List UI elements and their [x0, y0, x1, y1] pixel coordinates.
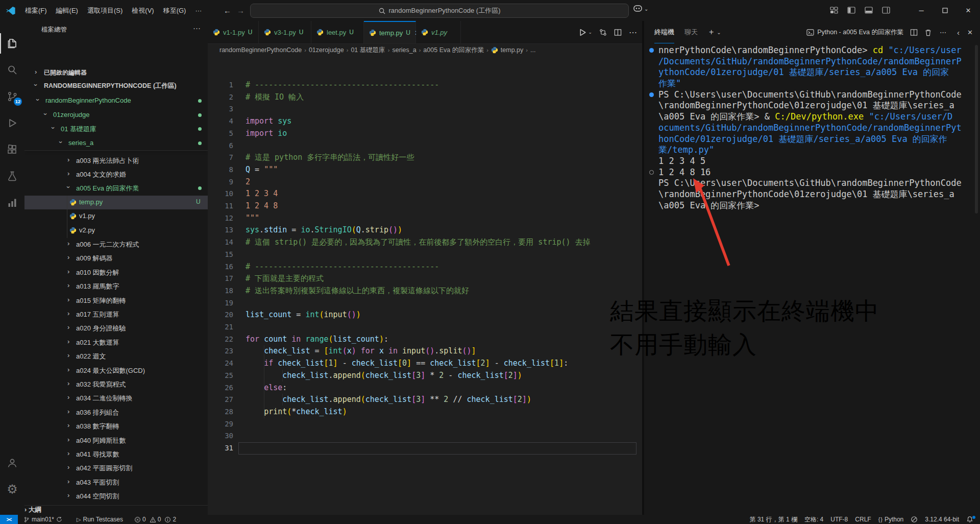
- chevron-down-icon[interactable]: ⌄: [717, 30, 721, 35]
- tree-item[interactable]: ›a021 大數運算: [24, 336, 208, 349]
- tab-leet.py[interactable]: leet.pyU: [311, 21, 364, 43]
- tab-v1.py[interactable]: v1.py: [416, 21, 461, 43]
- customize-layout-icon[interactable]: [830, 6, 838, 14]
- tree-item[interactable]: ›a041 尋找眾數: [24, 447, 208, 461]
- menu-item[interactable]: 選取項目(S): [83, 4, 127, 17]
- tree-item[interactable]: ›a036 排列組合: [24, 406, 208, 419]
- command-decoration-success-icon[interactable]: [649, 48, 654, 53]
- menu-more-icon[interactable]: ···: [190, 4, 206, 17]
- breadcrumb-item[interactable]: series_a: [392, 46, 416, 54]
- notifications-bell-icon[interactable]: [963, 515, 977, 524]
- close-button[interactable]: ✕: [957, 0, 980, 21]
- tab-temp.py[interactable]: temp.pyU✕: [364, 21, 416, 43]
- encoding-item[interactable]: UTF-8: [827, 515, 851, 524]
- tree-item[interactable]: ›a015 矩陣的翻轉: [24, 294, 208, 307]
- blocked-status-icon[interactable]: [907, 515, 921, 524]
- close-panel-icon[interactable]: ✕: [967, 29, 973, 36]
- cursor-position-item[interactable]: 第 31 行，第 1 欄: [746, 515, 801, 524]
- breadcrumb-item[interactable]: 01 基礎題庫: [351, 46, 385, 55]
- tree-item[interactable]: ›a040 阿姆斯壯數: [24, 434, 208, 447]
- tree-item[interactable]: ›randomBeginnerPythonCode: [24, 94, 208, 108]
- source-control-icon[interactable]: 12: [0, 86, 24, 107]
- split-editor-icon[interactable]: [614, 29, 622, 36]
- tree-item[interactable]: ›a004 文文的求婚: [24, 168, 208, 181]
- menu-item[interactable]: 編輯(E): [52, 4, 83, 17]
- tab-terminal[interactable]: 終端機: [654, 21, 674, 43]
- explorer-more-actions-icon[interactable]: ···: [193, 23, 201, 32]
- maximize-button[interactable]: [933, 0, 957, 21]
- command-center-search[interactable]: randomBeginnerPythonCode (工作區): [250, 4, 629, 18]
- breadcrumb-item[interactable]: randomBeginnerPythonCode: [219, 46, 302, 54]
- tree-item[interactable]: ›a003 兩光法師占卜術: [24, 154, 208, 168]
- run-debug-icon[interactable]: [0, 113, 24, 133]
- terminal-output[interactable]: nnerPythonCode\randomBeginnerPythonCode>…: [658, 45, 965, 211]
- menu-item[interactable]: 檢視(V): [127, 4, 158, 17]
- tree-item[interactable]: ›a034 二進位制轉換: [24, 391, 208, 405]
- menu-item[interactable]: 移至(G): [159, 4, 191, 17]
- problems-item[interactable]: 0 0 2: [131, 515, 180, 524]
- tree-item[interactable]: ›a038 數字翻轉: [24, 419, 208, 433]
- copilot-menu[interactable]: ⌄: [633, 5, 648, 13]
- breadcrumb-item[interactable]: a005 Eva 的回家作業: [423, 46, 484, 55]
- tree-item[interactable]: ›a010 因數分解: [24, 266, 208, 279]
- tree-item[interactable]: ›a022 迴文: [24, 349, 208, 363]
- tree-item[interactable]: ›a032 我愛寫程式: [24, 377, 208, 391]
- tree-item[interactable]: ›01 基礎題庫: [24, 122, 208, 136]
- breadcrumb[interactable]: randomBeginnerPythonCode›01zerojudge›01 …: [219, 43, 638, 57]
- tree-item[interactable]: temp.pyU: [24, 196, 208, 209]
- language-mode-item[interactable]: { } Python: [875, 515, 908, 524]
- testing-flask-icon[interactable]: [0, 166, 24, 186]
- extensions-icon[interactable]: [0, 139, 24, 160]
- outline-section[interactable]: › 大綱: [24, 505, 208, 515]
- tree-item[interactable]: ›a013 羅馬數字: [24, 279, 208, 293]
- open-editors-section[interactable]: › 已開啟的編輯器: [24, 66, 208, 80]
- back-arrow-icon[interactable]: ←: [220, 6, 234, 15]
- command-decoration-success-icon[interactable]: [649, 92, 654, 97]
- tree-item[interactable]: v1.py: [24, 209, 208, 223]
- search-view-icon[interactable]: [0, 60, 24, 80]
- compare-changes-icon[interactable]: [599, 29, 607, 36]
- tree-item[interactable]: ›a006 一元二次方程式: [24, 237, 208, 251]
- breadcrumb-item[interactable]: temp.py: [501, 46, 523, 54]
- tree-item[interactable]: ›a005 Eva 的回家作業: [24, 181, 208, 195]
- toggle-primary-sidebar-icon[interactable]: [847, 6, 855, 14]
- split-terminal-icon[interactable]: [910, 29, 918, 36]
- tree-item[interactable]: ›a042 平面圓形切割: [24, 461, 208, 475]
- command-decoration-default-icon[interactable]: [649, 170, 654, 175]
- settings-gear-icon[interactable]: ⚙: [0, 479, 24, 499]
- run-python-file-button[interactable]: ⌄: [578, 28, 592, 37]
- python-version-item[interactable]: 3.12.4 64-bit: [921, 515, 963, 524]
- code-editor[interactable]: # --------------------------------------…: [208, 57, 642, 515]
- more-actions-icon[interactable]: ⋯: [629, 28, 637, 37]
- indentation-item[interactable]: 空格: 4: [801, 515, 827, 524]
- chevron-left-icon[interactable]: ‹: [957, 28, 960, 37]
- tree-item[interactable]: ›a017 五則運算: [24, 307, 208, 321]
- tree-item[interactable]: ›01zerojudge: [24, 108, 208, 122]
- new-terminal-icon[interactable]: +: [709, 28, 714, 37]
- terminal-scrollbar[interactable]: [975, 45, 978, 213]
- remote-indicator[interactable]: ><: [0, 515, 18, 524]
- tree-item[interactable]: ›series_a: [24, 136, 208, 150]
- run-testcases-button[interactable]: ▷ Run Testcases: [73, 515, 127, 524]
- forward-arrow-icon[interactable]: →: [234, 6, 247, 15]
- breadcrumb-item[interactable]: ...: [530, 46, 535, 54]
- terminal-list-item[interactable]: Python - a005 Eva 的回家作業: [806, 28, 903, 37]
- menu-item[interactable]: 檔案(F): [20, 4, 52, 17]
- breadcrumb-item[interactable]: 01zerojudge: [309, 46, 344, 54]
- tree-item[interactable]: ›a024 最大公因數(GCD): [24, 364, 208, 377]
- tree-item[interactable]: ›a020 身分證檢驗: [24, 321, 208, 335]
- chart-icon[interactable]: [0, 193, 24, 213]
- git-branch-item[interactable]: main01*: [20, 515, 66, 524]
- minimize-button[interactable]: ─: [910, 0, 933, 21]
- tree-item[interactable]: ›a044 空間切割: [24, 489, 208, 503]
- tree-item[interactable]: ›a009 解碼器: [24, 251, 208, 265]
- tab-v1-1.py[interactable]: v1-1.pyU: [208, 21, 259, 43]
- tab-v3-1.py[interactable]: v3-1.pyU: [259, 21, 311, 43]
- eol-item[interactable]: CRLF: [851, 515, 874, 524]
- kill-terminal-trash-icon[interactable]: [924, 29, 932, 36]
- explorer-icon[interactable]: [0, 33, 24, 54]
- tree-item[interactable]: ›a043 平面切割: [24, 475, 208, 489]
- panel-more-actions-icon[interactable]: ⋯: [940, 29, 946, 36]
- tree-item[interactable]: v2.py: [24, 224, 208, 237]
- workspace-root-row[interactable]: › RANDOMBEGINNERPYTHONCODE (工作區): [24, 79, 208, 93]
